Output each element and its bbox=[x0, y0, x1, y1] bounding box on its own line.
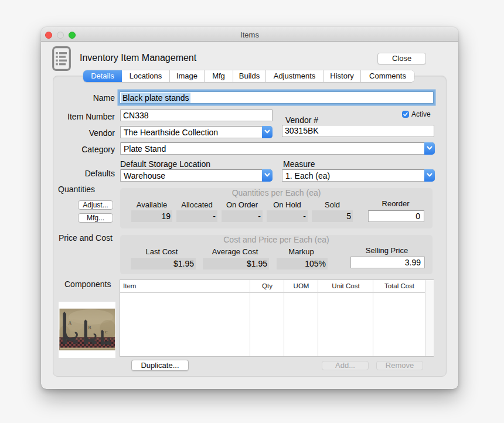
svg-text:C: C bbox=[105, 330, 108, 335]
svg-text:A: A bbox=[69, 320, 72, 326]
svg-text:B: B bbox=[88, 325, 91, 330]
